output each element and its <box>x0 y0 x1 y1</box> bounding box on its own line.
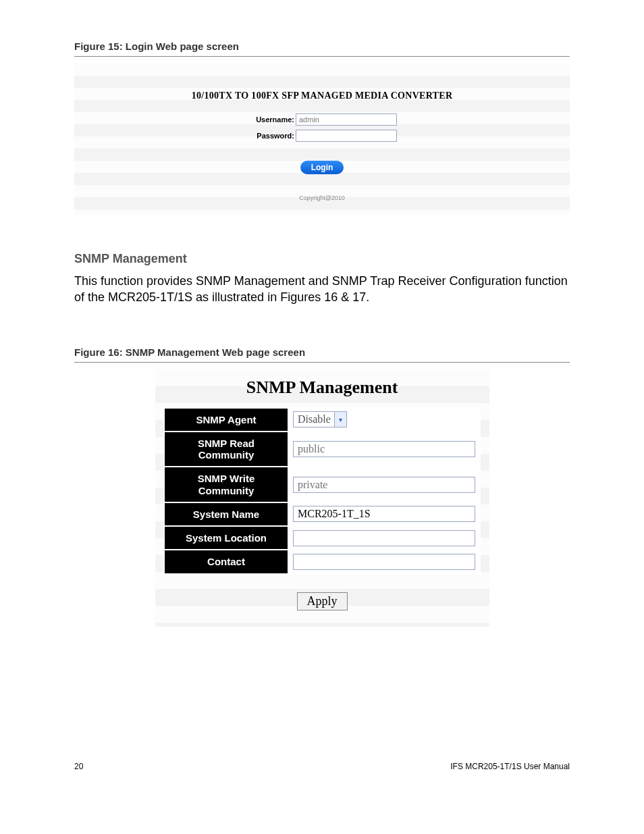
chevron-down-icon: ▾ <box>334 412 346 427</box>
snmp-agent-value: Disable <box>298 413 331 425</box>
figure-16-caption: Figure 16: SNMP Management Web page scre… <box>74 346 570 358</box>
table-row: SNMP Agent Disable ▾ <box>164 408 480 432</box>
password-label: Password: <box>247 132 294 140</box>
copyright-text: Copyright@2010 <box>74 194 570 201</box>
username-row: Username: <box>74 113 570 126</box>
password-input[interactable] <box>296 130 397 142</box>
username-input[interactable] <box>296 113 397 126</box>
snmp-screenshot: SNMP Management SNMP Agent Disable ▾ SNM… <box>155 369 489 627</box>
contact-label: Contact <box>164 550 288 573</box>
password-row: Password: <box>74 130 570 142</box>
divider <box>74 56 570 57</box>
system-name-input[interactable] <box>293 506 475 522</box>
contact-input[interactable] <box>293 554 475 570</box>
snmp-agent-select[interactable]: Disable ▾ <box>293 411 347 427</box>
system-location-label: System Location <box>164 526 288 550</box>
table-row: SNMP Write Community <box>164 467 480 502</box>
apply-button[interactable]: Apply <box>297 592 348 610</box>
write-community-label: SNMP Write Community <box>164 467 288 502</box>
figure-15-caption: Figure 15: Login Web page screen <box>74 41 570 52</box>
divider <box>74 362 570 363</box>
login-button[interactable]: Login <box>300 161 344 174</box>
login-screenshot: 10/100TX TO 100FX SFP MANAGED MEDIA CONV… <box>74 63 570 215</box>
login-title: 10/100TX TO 100FX SFP MANAGED MEDIA CONV… <box>74 90 570 101</box>
page-footer: 20 IFS MCR205-1T/1S User Manual <box>74 762 570 771</box>
system-location-input[interactable] <box>293 530 475 546</box>
table-row: System Name <box>164 502 480 526</box>
read-community-label: SNMP Read Community <box>164 432 288 467</box>
snmp-management-heading: SNMP Management <box>74 252 570 266</box>
write-community-input[interactable] <box>293 477 475 493</box>
read-community-input[interactable] <box>293 441 475 457</box>
document-title: IFS MCR205-1T/1S User Manual <box>450 762 570 771</box>
snmp-agent-label: SNMP Agent <box>164 408 288 432</box>
snmp-table: SNMP Agent Disable ▾ SNMP Read Community… <box>163 407 481 575</box>
username-label: Username: <box>247 115 294 124</box>
table-row: SNMP Read Community <box>164 432 480 467</box>
table-row: Contact <box>164 550 480 573</box>
table-row: System Location <box>164 526 480 550</box>
snmp-panel-title: SNMP Management <box>155 377 489 398</box>
page-number: 20 <box>74 762 83 771</box>
snmp-management-body: This function provides SNMP Management a… <box>74 273 570 306</box>
system-name-label: System Name <box>164 502 288 526</box>
